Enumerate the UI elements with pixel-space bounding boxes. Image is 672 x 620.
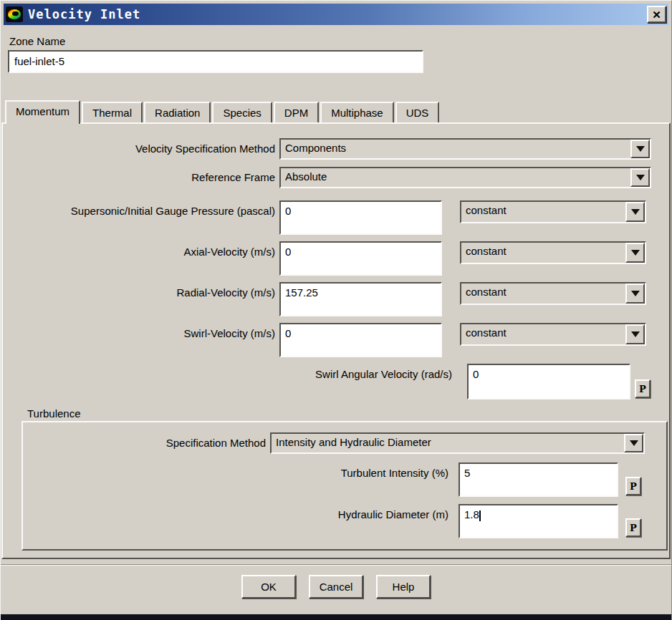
tab-label: Multiphase [331, 107, 383, 119]
reference-frame-select[interactable]: Absolute [279, 167, 651, 188]
tab-label: DPM [284, 107, 308, 119]
radial-velocity-value: 157.25 [285, 286, 318, 299]
dropdown-arrow-icon[interactable] [625, 324, 645, 344]
help-button-label: Help [393, 581, 415, 593]
turbulence-spec-method-select[interactable]: Intensity and Hydraulic Diameter [270, 432, 645, 454]
dropdown-arrow-icon[interactable] [625, 243, 645, 263]
axial-velocity-value: 0 [285, 246, 291, 258]
swirl-velocity-row: Swirl-Velocity (m/s) 0 constant [3, 323, 669, 357]
turbulent-intensity-input[interactable]: 5 [459, 462, 618, 497]
tab-thermal[interactable]: Thermal [82, 102, 143, 122]
swirl-velocity-input[interactable]: 0 [279, 323, 442, 357]
hydraulic-diameter-profile-button[interactable]: P [625, 518, 641, 537]
dropdown-arrow-icon[interactable] [624, 434, 643, 452]
turbulent-intensity-profile-button[interactable]: P [625, 477, 641, 495]
tab-momentum[interactable]: Momentum [5, 100, 80, 124]
velocity-spec-method-select[interactable]: Components [279, 138, 651, 160]
tab-label: Radiation [155, 107, 200, 119]
hydraulic-diameter-input[interactable]: 1.8 [459, 504, 618, 538]
close-icon: ✕ [652, 9, 661, 20]
dialog-button-bar: OK Cancel Help [1, 566, 671, 599]
swirl-angular-velocity-value: 0 [473, 368, 479, 380]
p-button-label: P [630, 481, 637, 492]
axial-velocity-label: Axial-Velocity (m/s) [3, 241, 279, 258]
swirl-angular-velocity-label: Swirl Angular Velocity (rad/s) [3, 364, 456, 381]
gauge-pressure-value: 0 [285, 205, 291, 217]
radial-velocity-label: Radial-Velocity (m/s) [3, 282, 279, 299]
dropdown-arrow-icon[interactable] [625, 202, 645, 222]
cancel-button-label: Cancel [320, 581, 353, 593]
fluent-logo-icon [6, 6, 23, 22]
tab-label: Species [223, 107, 261, 119]
hydraulic-diameter-row: Hydraulic Diameter (m) 1.8 P [23, 504, 645, 538]
tab-multiphase[interactable]: Multiphase [320, 102, 394, 122]
window-bottom-edge [1, 614, 671, 620]
gauge-pressure-profile-select[interactable]: constant [460, 200, 646, 223]
radial-velocity-profile-value: constant [461, 284, 625, 304]
axial-velocity-profile-select[interactable]: constant [460, 241, 646, 264]
turbulence-group-label: Turbulence [27, 407, 669, 420]
ok-button[interactable]: OK [241, 575, 296, 599]
cancel-button[interactable]: Cancel [309, 575, 363, 599]
swirl-angular-velocity-input[interactable]: 0 [467, 364, 630, 399]
turbulence-spec-method-label: Specification Method [23, 432, 270, 450]
help-button[interactable]: Help [376, 575, 431, 599]
swirl-angular-profile-button[interactable]: P [635, 379, 651, 398]
turbulent-intensity-value: 5 [464, 467, 470, 479]
titlebar[interactable]: Velocity Inlet ✕ [4, 4, 668, 25]
zone-name-value: fuel-inlet-5 [14, 55, 64, 67]
dropdown-arrow-icon[interactable] [630, 140, 650, 158]
radial-velocity-profile-select[interactable]: constant [460, 282, 646, 305]
axial-velocity-row: Axial-Velocity (m/s) 0 constant [3, 241, 669, 276]
tab-bar: Momentum Thermal Radiation Species DPM M… [5, 99, 671, 122]
p-button-label: P [639, 384, 646, 394]
tab-dpm[interactable]: DPM [274, 102, 319, 122]
ok-button-label: OK [261, 581, 277, 593]
swirl-velocity-profile-select[interactable]: constant [460, 323, 646, 346]
turbulence-spec-method-value: Intensity and Hydraulic Diameter [272, 434, 624, 452]
swirl-velocity-profile-value: constant [461, 324, 625, 344]
text-cursor [479, 510, 481, 521]
reference-frame-row: Reference Frame Absolute [3, 167, 669, 188]
velocity-spec-method-label: Velocity Specification Method [3, 138, 279, 155]
axial-velocity-profile-value: constant [461, 243, 625, 263]
window-title: Velocity Inlet [28, 7, 140, 21]
momentum-tab-panel: Velocity Specification Method Components… [1, 122, 671, 559]
turbulent-intensity-label: Turbulent Intensity (%) [23, 462, 453, 480]
zone-name-label: Zone Name [9, 35, 671, 47]
dropdown-arrow-icon[interactable] [630, 168, 650, 187]
hydraulic-diameter-label: Hydraulic Diameter (m) [23, 504, 453, 521]
tab-label: Momentum [16, 105, 69, 117]
velocity-spec-method-value: Components [281, 140, 630, 158]
gauge-pressure-profile-value: constant [461, 202, 625, 222]
radial-velocity-input[interactable]: 157.25 [279, 282, 442, 316]
axial-velocity-input[interactable]: 0 [279, 241, 442, 276]
gauge-pressure-input[interactable]: 0 [279, 200, 442, 235]
tab-species[interactable]: Species [212, 102, 272, 122]
gauge-pressure-label: Supersonic/Initial Gauge Pressure (pasca… [3, 200, 279, 218]
turbulent-intensity-row: Turbulent Intensity (%) 5 P [23, 462, 645, 497]
close-button[interactable]: ✕ [647, 6, 666, 23]
tab-radiation[interactable]: Radiation [144, 102, 211, 122]
swirl-velocity-value: 0 [285, 327, 291, 339]
zone-name-input[interactable]: fuel-inlet-5 [8, 50, 423, 73]
swirl-velocity-label: Swirl-Velocity (m/s) [3, 323, 279, 340]
radial-velocity-row: Radial-Velocity (m/s) 157.25 constant [3, 282, 669, 316]
velocity-spec-method-row: Velocity Specification Method Components [3, 138, 669, 160]
reference-frame-value: Absolute [281, 168, 630, 187]
dropdown-arrow-icon[interactable] [625, 284, 645, 304]
turbulence-group-frame: Specification Method Intensity and Hydra… [21, 421, 668, 551]
tab-label: Thermal [92, 107, 132, 119]
turbulence-spec-method-row: Specification Method Intensity and Hydra… [23, 432, 645, 454]
gauge-pressure-row: Supersonic/Initial Gauge Pressure (pasca… [3, 200, 669, 235]
tab-uds[interactable]: UDS [395, 102, 440, 122]
reference-frame-label: Reference Frame [3, 167, 279, 184]
p-button-label: P [630, 523, 637, 533]
swirl-angular-velocity-row: Swirl Angular Velocity (rad/s) 0 P [3, 364, 669, 399]
hydraulic-diameter-value: 1.8 [464, 508, 479, 520]
tab-label: UDS [406, 107, 429, 119]
